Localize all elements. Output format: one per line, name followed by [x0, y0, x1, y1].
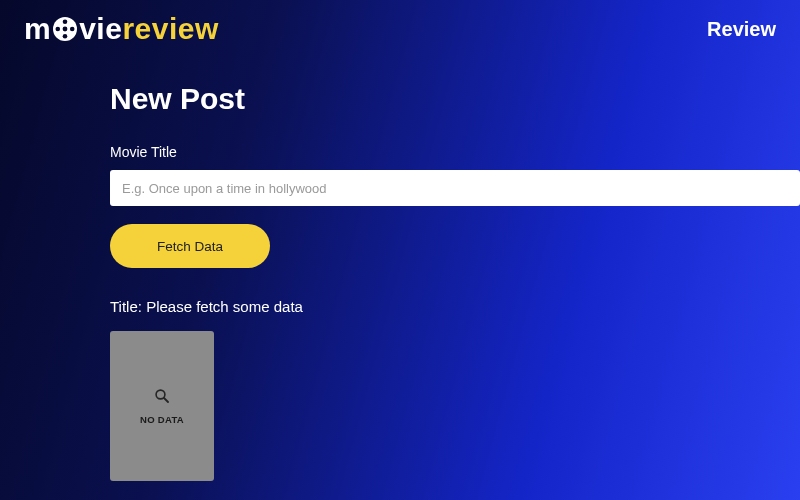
logo-text-m: m	[24, 12, 51, 46]
svg-point-5	[70, 27, 75, 32]
logo-text-vie: vie	[79, 12, 122, 46]
svg-point-2	[63, 20, 68, 25]
status-prefix: Title:	[110, 298, 146, 315]
magnifier-icon	[154, 388, 170, 408]
movie-title-label: Movie Title	[110, 144, 800, 160]
film-reel-icon	[52, 16, 78, 42]
no-data-label: NO DATA	[140, 414, 184, 425]
logo-text-review: review	[122, 12, 218, 46]
svg-point-3	[63, 34, 68, 39]
fetched-title-status: Title: Please fetch some data	[110, 298, 800, 315]
status-value: Please fetch some data	[146, 298, 303, 315]
main-content: New Post Movie Title Fetch Data Title: P…	[0, 52, 800, 481]
poster-placeholder: NO DATA	[110, 331, 214, 481]
fetch-data-button[interactable]: Fetch Data	[110, 224, 270, 268]
page-title: New Post	[110, 82, 800, 116]
app-logo[interactable]: m vie review	[24, 12, 219, 46]
svg-point-1	[63, 27, 68, 32]
nav-link-review[interactable]: Review	[707, 18, 776, 41]
svg-line-7	[164, 398, 168, 402]
movie-title-input[interactable]	[110, 170, 800, 206]
header: m vie review Review	[0, 0, 800, 52]
svg-point-4	[56, 27, 61, 32]
